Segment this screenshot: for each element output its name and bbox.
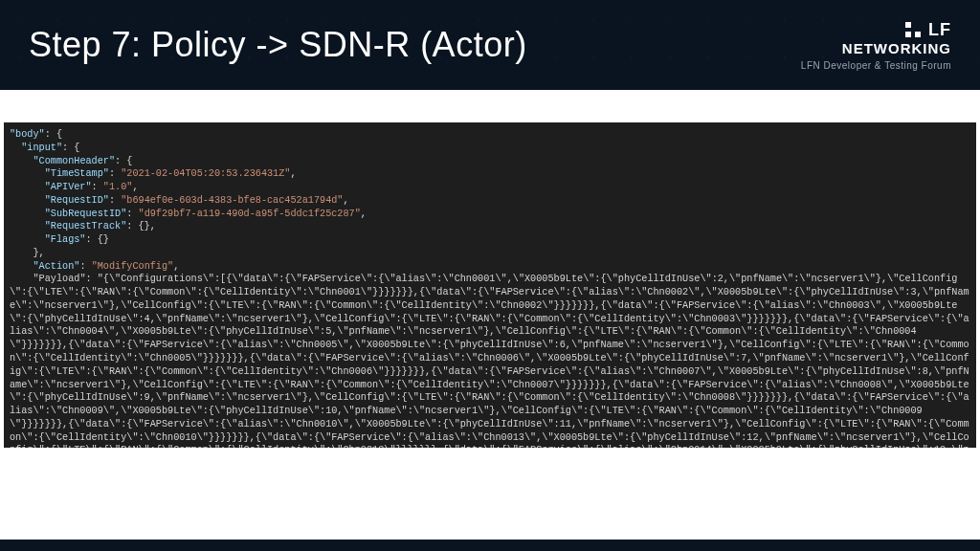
svg-rect-0	[905, 22, 911, 28]
slide-header: Step 7: Policy -> SDN-R (Actor) LF NETWO…	[0, 0, 980, 90]
logo-sub-text: LFN Developer & Testing Forum	[801, 60, 951, 71]
code-block: "body": { "input": { "CommonHeader": { "…	[4, 122, 976, 448]
code-payload-line: "Payload": "{\"Configurations\":[{\"data…	[10, 274, 969, 448]
spacer	[0, 90, 980, 122]
lf-logo-icon	[903, 20, 923, 39]
svg-rect-1	[905, 32, 911, 37]
slide: Step 7: Policy -> SDN-R (Actor) LF NETWO…	[0, 0, 980, 551]
logo-top-text: LF	[928, 20, 951, 40]
logo-block: LF NETWORKING LFN Developer & Testing Fo…	[801, 20, 951, 71]
footer-strip	[0, 540, 980, 551]
slide-title: Step 7: Policy -> SDN-R (Actor)	[29, 25, 527, 65]
code-header-lines: "body": { "input": { "CommonHeader": { "…	[10, 129, 367, 272]
svg-rect-2	[915, 32, 921, 37]
logo-main-text: NETWORKING	[801, 40, 951, 56]
